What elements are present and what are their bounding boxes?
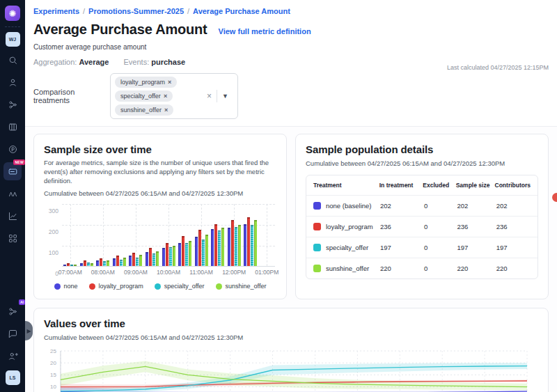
events-value: purchase: [151, 58, 185, 66]
gates-icon[interactable]: [3, 95, 22, 113]
bar-group: [146, 248, 159, 266]
legend-item: none: [54, 283, 78, 290]
sample-size-description: For average metrics, sample size is the …: [44, 159, 276, 185]
table-row: sunshine_offer2200220220: [306, 258, 538, 279]
treatment-color-swatch: [313, 202, 321, 210]
svg-text:25: 25: [50, 348, 56, 354]
svg-text:10: 10: [50, 384, 56, 391]
aggregation-label: Aggregation:: [33, 58, 77, 66]
apps-grid-icon[interactable]: [3, 229, 22, 247]
table-row: specialty_offer1970197197: [306, 237, 538, 258]
insights-icon[interactable]: NEW: [3, 162, 22, 180]
ai-assist-icon[interactable]: AI: [3, 302, 22, 320]
values-card: Values over time Cumulative between 04/2…: [33, 308, 549, 392]
chevron-down-icon[interactable]: ▼: [217, 93, 233, 100]
bar-group: [96, 258, 109, 266]
bar-chart-x-axis: 07:00AM08:00AM09:00AM10:00AM11:00AM12:00…: [62, 267, 275, 276]
bar-group: [80, 260, 93, 266]
main-content: Experiments/Promotions-Summer-2025/Avera…: [25, 0, 557, 392]
chip-remove-icon[interactable]: ×: [168, 79, 171, 86]
legend-item: specialty_offer: [155, 283, 205, 290]
population-table: TreatmentIn treatmentExcludedSample size…: [306, 175, 538, 279]
svg-text:20: 20: [50, 360, 56, 366]
treatment-color-swatch: [313, 265, 321, 272]
sample-size-card: Sample size over time For average metric…: [33, 134, 287, 299]
table-header-row: TreatmentIn treatmentExcludedSample size…: [306, 175, 538, 195]
comparison-treatments-label: Comparison treatments: [33, 88, 110, 104]
page-header: Experiments/Promotions-Summer-2025/Avera…: [25, 0, 557, 127]
treatment-chip[interactable]: sunshine_offer×: [115, 104, 173, 116]
bar-group: [211, 224, 224, 266]
values-line-chart: 051015202507:00AM07:30AM08:00AM08:30AM09…: [44, 347, 538, 392]
population-cumulative: Cumulative between 04/27/2025 06:15AM an…: [306, 159, 538, 167]
breadcrumb-metric[interactable]: Average Purchase Amount: [193, 7, 290, 15]
experiments-icon[interactable]: [3, 185, 22, 203]
view-metric-definition-link[interactable]: View full metric definition: [219, 27, 311, 36]
values-title: Values over time: [44, 317, 538, 329]
layers-icon[interactable]: [3, 118, 22, 136]
treatment-chip[interactable]: loyalty_program×: [115, 77, 177, 88]
metric-subtitle: Customer average purchase amount: [33, 43, 549, 51]
bar-group: [129, 253, 142, 267]
workspace-avatar[interactable]: WJ: [6, 32, 20, 47]
last-calculated: Last calculated 04/27/2025 12:15PM: [447, 64, 549, 71]
breadcrumb-experiment-name[interactable]: Promotions-Summer-2025: [88, 7, 184, 15]
breadcrumb: Experiments/Promotions-Summer-2025/Avera…: [33, 7, 549, 15]
chip-remove-icon[interactable]: ×: [164, 93, 167, 100]
sample-size-bar-chart: 0100200300: [44, 204, 276, 267]
new-badge: NEW: [13, 159, 25, 165]
bar-group: [195, 230, 208, 267]
breadcrumb-experiments[interactable]: Experiments: [33, 7, 79, 15]
bar-group: [244, 217, 257, 267]
metrics-icon[interactable]: [3, 207, 22, 225]
bar-group: [178, 236, 191, 267]
treatment-color-swatch: [313, 244, 321, 251]
bar-group: [113, 256, 126, 266]
page-title: Average Purchase Amount: [33, 22, 207, 38]
feedback-dot[interactable]: [552, 193, 557, 202]
treatment-chip[interactable]: specialty_offer×: [115, 91, 173, 102]
bar-chart-legend: noneloyalty_programspecialty_offersunshi…: [44, 283, 276, 290]
bar-group: [63, 263, 77, 266]
ai-badge: AI: [19, 299, 25, 305]
sample-size-title: Sample size over time: [44, 143, 276, 155]
events-label: Events:: [124, 58, 150, 66]
sample-size-cumulative: Cumulative between 04/27/2025 06:15AM an…: [44, 189, 276, 197]
legend-item: sunshine_offer: [216, 283, 267, 290]
pulse-icon[interactable]: [3, 140, 22, 158]
aggregation-value: Average: [79, 58, 109, 66]
invite-user-icon[interactable]: [3, 347, 22, 365]
bar-group: [228, 220, 241, 266]
treatment-chips: loyalty_program×specialty_offer×sunshine…: [115, 77, 202, 116]
legend-item: loyalty_program: [89, 283, 143, 290]
population-title: Sample population details: [306, 143, 538, 155]
clear-all-icon[interactable]: ×: [202, 91, 217, 101]
table-row: loyalty_program2360236236: [306, 216, 538, 237]
population-card: Sample population details Cumulative bet…: [295, 134, 549, 299]
statsig-logo-icon[interactable]: ✺: [5, 6, 20, 21]
svg-text:15: 15: [50, 372, 56, 378]
values-cumulative: Cumulative between 04/27/2025 06:15AM an…: [44, 334, 538, 341]
table-row: none (baseline)2020202202: [306, 195, 538, 216]
treatment-color-swatch: [313, 223, 321, 230]
search-icon[interactable]: [3, 51, 22, 69]
sidebar-divider: [5, 26, 20, 27]
support-chat-icon[interactable]: [3, 324, 22, 343]
treatments-multiselect[interactable]: loyalty_program×specialty_offer×sunshine…: [110, 73, 238, 119]
chip-remove-icon[interactable]: ×: [164, 107, 168, 113]
users-icon[interactable]: [3, 73, 22, 91]
sidebar: ✺ WJ NEW AI LS: [0, 0, 25, 392]
user-avatar[interactable]: LS: [6, 370, 20, 385]
bar-group: [162, 243, 175, 267]
